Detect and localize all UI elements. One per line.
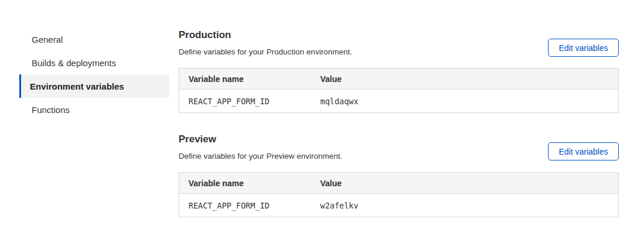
production-edit-variables-button[interactable]: Edit variables (548, 39, 619, 57)
production-variables-table: Variable name Value REACT_APP_FORM_ID mq… (179, 68, 619, 113)
preview-edit-variables-button[interactable]: Edit variables (548, 142, 619, 160)
sidebar-item-environment-variables[interactable]: Environment variables (19, 74, 169, 98)
column-header-variable-name: Variable name (179, 74, 320, 84)
column-header-value: Value (320, 74, 618, 84)
sidebar-item-label: General (32, 35, 63, 45)
table-header-row: Variable name Value (179, 69, 618, 90)
sidebar-item-general[interactable]: General (19, 28, 169, 51)
sidebar-item-label: Builds & deployments (32, 58, 116, 68)
production-section-description: Define variables for your Production env… (179, 47, 352, 56)
settings-sidebar: General Builds & deployments Environment… (19, 28, 169, 121)
sidebar-item-label: Environment variables (30, 81, 124, 91)
preview-variables-table: Variable name Value REACT_APP_FORM_ID w2… (179, 172, 619, 217)
column-header-variable-name: Variable name (179, 179, 320, 188)
variable-value-cell: mqldaqwx (320, 97, 618, 106)
column-header-value: Value (320, 179, 618, 188)
sidebar-item-builds-deployments[interactable]: Builds & deployments (19, 51, 169, 74)
variable-name-cell: REACT_APP_FORM_ID (179, 97, 320, 106)
sidebar-item-label: Functions (32, 105, 70, 115)
preview-section-title: Preview (179, 134, 216, 145)
production-section-title: Production (179, 29, 231, 41)
environment-variables-panel: Production Define variables for your Pro… (179, 0, 619, 246)
sidebar-item-functions[interactable]: Functions (19, 98, 169, 121)
table-row: REACT_APP_FORM_ID mqldaqwx (179, 90, 618, 112)
preview-section-description: Define variables for your Preview enviro… (179, 152, 342, 160)
table-row: REACT_APP_FORM_ID w2afelkv (179, 194, 618, 217)
variable-value-cell: w2afelkv (320, 201, 618, 210)
variable-name-cell: REACT_APP_FORM_ID (179, 201, 320, 210)
table-header-row: Variable name Value (179, 173, 618, 194)
